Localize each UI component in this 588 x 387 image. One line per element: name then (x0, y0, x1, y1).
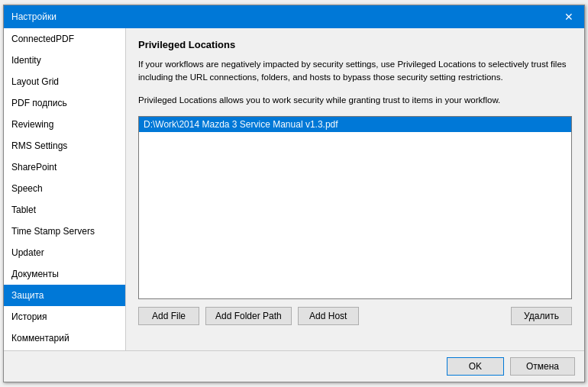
sidebar-item[interactable]: Layout Grid (4, 71, 125, 92)
section-title: Privileged Locations (138, 39, 572, 50)
footer: OK Отмена (4, 350, 584, 382)
window-title: Настройки (11, 11, 57, 22)
sidebar-item[interactable]: Tablet (4, 199, 125, 221)
sidebar-item[interactable]: RMS Settings (4, 135, 125, 156)
sidebar-item[interactable]: История (4, 306, 125, 327)
sidebar-item[interactable]: Документы (4, 263, 125, 285)
delete-button[interactable]: Удалить (511, 307, 572, 325)
sidebar-item[interactable]: Reviewing (4, 114, 125, 135)
main-panel: Privileged Locations If your workflows a… (126, 28, 584, 350)
main-content: ConnectedPDFIdentityLayout GridPDF подпи… (4, 28, 584, 350)
add-folder-path-button[interactable]: Add Folder Path (205, 307, 292, 325)
settings-window: Настройки ✕ ConnectedPDFIdentityLayout G… (3, 5, 585, 382)
add-file-button[interactable]: Add File (138, 307, 199, 325)
list-item[interactable]: D:\Work\2014 Mazda 3 Service Manual v1.3… (139, 117, 571, 132)
sidebar-item[interactable]: ConnectedPDF (4, 28, 125, 50)
action-buttons: Add File Add Folder Path Add Host Удалит… (138, 307, 572, 325)
sidebar-item[interactable]: PDF подпись (4, 92, 125, 114)
description-1: If your workflows are negatively impacte… (138, 58, 572, 85)
privileged-locations-list[interactable]: D:\Work\2014 Mazda 3 Service Manual v1.3… (138, 116, 572, 299)
sidebar-item[interactable]: Updater (4, 242, 125, 263)
sidebar: ConnectedPDFIdentityLayout GridPDF подпи… (4, 28, 126, 350)
add-host-button[interactable]: Add Host (298, 307, 359, 325)
sidebar-item[interactable]: Identity (4, 50, 125, 71)
close-button[interactable]: ✕ (561, 11, 577, 22)
description-2: Privileged Locations allows you to work … (138, 94, 572, 107)
sidebar-item[interactable]: Комментарий (4, 327, 125, 349)
sidebar-item[interactable]: Speech (4, 178, 125, 199)
sidebar-item[interactable]: Защита (4, 285, 125, 306)
sidebar-item[interactable]: SharePoint (4, 156, 125, 178)
title-bar: Настройки ✕ (4, 5, 584, 28)
ok-button[interactable]: OK (447, 357, 504, 376)
sidebar-item[interactable]: Time Stamp Servers (4, 221, 125, 242)
cancel-button[interactable]: Отмена (510, 357, 575, 376)
